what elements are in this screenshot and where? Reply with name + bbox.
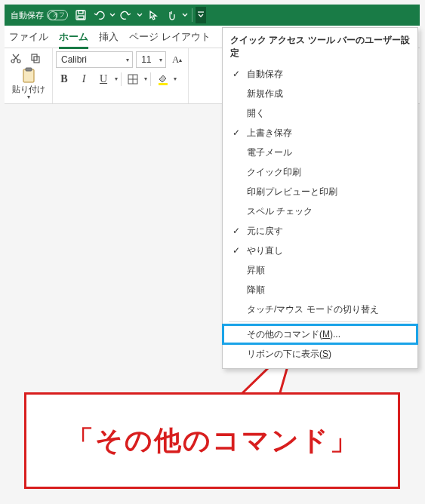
qat-divider bbox=[192, 8, 192, 22]
svg-rect-1 bbox=[79, 11, 83, 14]
menu-item-autosave[interactable]: ✓ 自動保存 bbox=[223, 64, 417, 84]
check-icon: ✓ bbox=[230, 245, 242, 256]
save-button[interactable] bbox=[72, 7, 89, 23]
check-icon: ✓ bbox=[230, 128, 242, 138]
undo-dropdown[interactable] bbox=[109, 7, 116, 23]
menu-item-label: 開く bbox=[247, 107, 265, 120]
redo-button[interactable] bbox=[118, 7, 134, 23]
clipboard-group: 貼り付け ▾ bbox=[5, 48, 53, 103]
menu-item-label: 降順 bbox=[247, 284, 265, 297]
menu-separator bbox=[229, 321, 411, 322]
title-bar: 自動保存 オフ bbox=[5, 5, 420, 26]
menu-item-label: その他のコマンド(M)... bbox=[247, 328, 340, 341]
chevron-down-icon[interactable]: ▾ bbox=[144, 77, 147, 81]
menu-title: クイック アクセス ツール バーのユーザー設定 bbox=[223, 31, 417, 64]
font-group: Calibri ▾ 11 ▾ A▴ B I U ▾ ▾ bbox=[53, 48, 189, 103]
menu-item-redo[interactable]: ✓ やり直し bbox=[223, 241, 417, 260]
menu-item-printpreview[interactable]: 印刷プレビューと印刷 bbox=[223, 182, 417, 201]
check-icon: ✓ bbox=[230, 69, 242, 79]
chevron-down-icon: ▾ bbox=[159, 57, 162, 63]
check-icon: ✓ bbox=[230, 226, 242, 236]
menu-item-quickprint[interactable]: クイック印刷 bbox=[223, 162, 417, 182]
svg-rect-2 bbox=[78, 16, 84, 19]
menu-item-label: 昇順 bbox=[247, 264, 265, 277]
menu-item-label: リボンの下に表示(S) bbox=[247, 348, 331, 361]
increase-font-button[interactable]: A▴ bbox=[169, 51, 185, 68]
underline-button[interactable]: U bbox=[95, 71, 112, 88]
menu-item-label: 自動保存 bbox=[247, 68, 283, 81]
callout-text: 「その他のコマンド」 bbox=[66, 423, 359, 459]
autosave-toggle[interactable]: 自動保存 オフ bbox=[8, 10, 71, 21]
cut-button[interactable] bbox=[8, 51, 24, 65]
chevron-down-icon[interactable]: ▾ bbox=[115, 77, 118, 81]
menu-item-more-commands[interactable]: その他のコマンド(M)... bbox=[223, 324, 417, 344]
annotation-callout: 「その他のコマンド」 bbox=[24, 392, 400, 489]
menu-item-email[interactable]: 電子メール bbox=[223, 143, 417, 162]
touch-mouse-button[interactable] bbox=[163, 7, 180, 23]
separator bbox=[121, 72, 122, 86]
font-name-value: Calibri bbox=[61, 54, 87, 65]
menu-item-show-below-ribbon[interactable]: リボンの下に表示(S) bbox=[223, 344, 417, 364]
menu-item-label: クイック印刷 bbox=[247, 166, 301, 179]
tab-insert[interactable]: 挿入 bbox=[99, 30, 119, 44]
customize-qat-menu: クイック アクセス ツール バーのユーザー設定 ✓ 自動保存 新規作成 開く ✓… bbox=[222, 27, 418, 369]
font-size-combo[interactable]: 11 ▾ bbox=[136, 51, 166, 68]
separator bbox=[150, 72, 151, 86]
customize-qat-button[interactable] bbox=[196, 7, 206, 23]
menu-item-open[interactable]: 開く bbox=[223, 103, 417, 123]
menu-item-save[interactable]: ✓ 上書き保存 bbox=[223, 123, 417, 143]
menu-item-label: やり直し bbox=[247, 244, 283, 257]
chevron-down-icon: ▾ bbox=[27, 95, 30, 100]
tab-file[interactable]: ファイル bbox=[9, 30, 48, 44]
font-name-combo[interactable]: Calibri ▾ bbox=[56, 51, 133, 68]
autosave-label: 自動保存 bbox=[11, 10, 44, 21]
menu-item-spellcheck[interactable]: スペル チェック bbox=[223, 201, 417, 221]
svg-rect-8 bbox=[23, 69, 34, 82]
menu-item-new[interactable]: 新規作成 bbox=[223, 84, 417, 103]
menu-item-label: 新規作成 bbox=[247, 88, 283, 100]
svg-rect-9 bbox=[26, 68, 32, 71]
tab-home[interactable]: ホーム bbox=[59, 30, 88, 44]
redo-dropdown[interactable] bbox=[136, 7, 143, 23]
italic-button[interactable]: I bbox=[75, 71, 92, 88]
menu-item-label: 電子メール bbox=[247, 146, 292, 159]
paste-button[interactable]: 貼り付け ▾ bbox=[12, 66, 45, 100]
touch-mouse-dropdown[interactable] bbox=[181, 7, 189, 23]
chevron-down-icon[interactable]: ▾ bbox=[174, 77, 177, 81]
menu-item-label: 元に戻す bbox=[247, 225, 283, 238]
fill-color-button[interactable] bbox=[154, 71, 171, 88]
menu-item-touchmouse[interactable]: タッチ/マウス モードの切り替え bbox=[223, 300, 417, 319]
menu-item-label: スペル チェック bbox=[247, 205, 313, 218]
cursor-button[interactable] bbox=[145, 7, 162, 23]
menu-item-sortdesc[interactable]: 降順 bbox=[223, 280, 417, 300]
toggle-off-icon: オフ bbox=[47, 10, 68, 20]
menu-item-sortasc[interactable]: 昇順 bbox=[223, 260, 417, 280]
font-size-value: 11 bbox=[141, 54, 151, 65]
copy-button[interactable] bbox=[27, 51, 44, 65]
menu-item-undo[interactable]: ✓ 元に戻す bbox=[223, 221, 417, 241]
menu-item-label: タッチ/マウス モードの切り替え bbox=[247, 303, 379, 316]
borders-button[interactable] bbox=[125, 71, 141, 88]
menu-item-label: 印刷プレビューと印刷 bbox=[247, 186, 337, 198]
bold-button[interactable]: B bbox=[56, 71, 72, 88]
chevron-down-icon: ▾ bbox=[126, 57, 129, 63]
tab-pagelayout[interactable]: ページ レイアウト bbox=[129, 30, 211, 44]
undo-button[interactable] bbox=[91, 7, 107, 23]
menu-item-label: 上書き保存 bbox=[247, 127, 292, 140]
svg-rect-13 bbox=[159, 83, 168, 85]
excel-window: 自動保存 オフ ファ bbox=[5, 5, 420, 104]
